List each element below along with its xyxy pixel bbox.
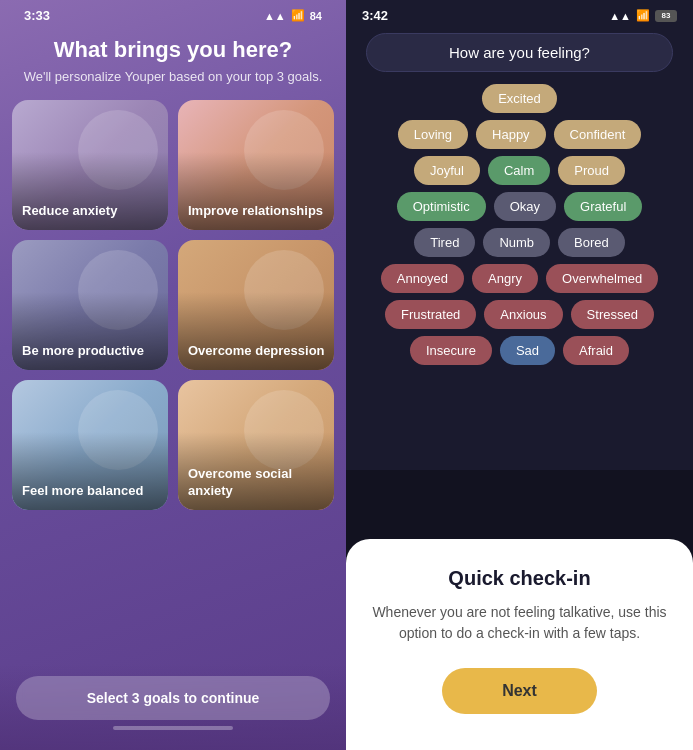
emotion-chip-confident[interactable]: Confident (554, 120, 642, 149)
goal-label-improve-relationships: Improve relationships (188, 203, 323, 220)
emotion-chip-angry[interactable]: Angry (472, 264, 538, 293)
modal-body: Whenever you are not feeling talkative, … (370, 602, 669, 644)
bottom-bar-left: Select 3 goals to continue (0, 664, 346, 750)
time-right: 3:42 (362, 8, 388, 23)
page-subtitle-left: We'll personalize Youper based on your t… (24, 69, 323, 84)
signal-icon: ▲▲ (264, 10, 286, 22)
emotion-chip-overwhelmed[interactable]: Overwhelmed (546, 264, 658, 293)
goal-card-social-anxiety[interactable]: Overcome social anxiety (178, 380, 334, 510)
emotion-row-5: AnnoyedAngryOverwhelmed (358, 264, 681, 293)
emotion-row-7: InsecureSadAfraid (358, 336, 681, 365)
status-icons-left: ▲▲ 📶 84 (264, 9, 322, 22)
left-panel: 3:33 ▲▲ 📶 84 What brings you here? We'll… (0, 0, 346, 750)
emotion-chip-afraid[interactable]: Afraid (563, 336, 629, 365)
emotion-chip-loving[interactable]: Loving (398, 120, 468, 149)
status-bar-right: 3:42 ▲▲ 📶 83 (346, 0, 693, 27)
emotion-chip-calm[interactable]: Calm (488, 156, 550, 185)
wifi-icon-right: 📶 (636, 9, 650, 22)
emotion-chip-excited[interactable]: Excited (482, 84, 557, 113)
time-left: 3:33 (24, 8, 50, 23)
goal-card-reduce-anxiety[interactable]: Reduce anxiety (12, 100, 168, 230)
emotion-chip-sad[interactable]: Sad (500, 336, 555, 365)
emotion-chip-grateful[interactable]: Grateful (564, 192, 642, 221)
feeling-prompt: How are you feeling? (366, 33, 673, 72)
emotion-row-4: TiredNumbBored (358, 228, 681, 257)
goal-card-feel-balanced[interactable]: Feel more balanced (12, 380, 168, 510)
wifi-icon: 📶 (291, 9, 305, 22)
emotion-row-3: OptimisticOkayGrateful (358, 192, 681, 221)
emotion-chip-optimistic[interactable]: Optimistic (397, 192, 486, 221)
page-title-left: What brings you here? (54, 37, 292, 63)
emotion-chip-frustrated[interactable]: Frustrated (385, 300, 476, 329)
goal-label-social-anxiety: Overcome social anxiety (188, 466, 334, 500)
goal-label-overcome-depression: Overcome depression (188, 343, 325, 360)
home-indicator-left (113, 726, 233, 730)
emotion-row-2: JoyfulCalmProud (358, 156, 681, 185)
goal-card-improve-relationships[interactable]: Improve relationships (178, 100, 334, 230)
status-icons-right: ▲▲ 📶 83 (609, 9, 677, 22)
goal-label-feel-balanced: Feel more balanced (22, 483, 143, 500)
emotion-row-0: Excited (358, 84, 681, 113)
goal-card-be-productive[interactable]: Be more productive (12, 240, 168, 370)
battery-right: 83 (655, 10, 677, 22)
select-goals-button[interactable]: Select 3 goals to continue (16, 676, 330, 720)
emotion-chip-annoyed[interactable]: Annoyed (381, 264, 464, 293)
emotion-chip-joyful[interactable]: Joyful (414, 156, 480, 185)
emotion-chip-okay[interactable]: Okay (494, 192, 556, 221)
emotion-chip-proud[interactable]: Proud (558, 156, 625, 185)
emotion-chip-anxious[interactable]: Anxious (484, 300, 562, 329)
goal-label-be-productive: Be more productive (22, 343, 144, 360)
goal-label-reduce-anxiety: Reduce anxiety (22, 203, 117, 220)
emotion-chip-stressed[interactable]: Stressed (571, 300, 654, 329)
emotion-chip-bored[interactable]: Bored (558, 228, 625, 257)
emotion-row-6: FrustratedAnxiousStressed (358, 300, 681, 329)
emotion-row-1: LovingHappyConfident (358, 120, 681, 149)
status-bar-left: 3:33 ▲▲ 📶 84 (12, 0, 334, 27)
emotion-chip-tired[interactable]: Tired (414, 228, 475, 257)
right-panel: 3:42 ▲▲ 📶 83 How are you feeling? Excite… (346, 0, 693, 750)
battery-left: 84 (310, 10, 322, 22)
signal-icon-right: ▲▲ (609, 10, 631, 22)
next-button[interactable]: Next (442, 668, 597, 714)
modal-title: Quick check-in (448, 567, 590, 590)
quick-checkin-modal: Quick check-in Whenever you are not feel… (346, 539, 693, 750)
goals-grid: Reduce anxietyImprove relationshipsBe mo… (12, 100, 334, 510)
emotion-chip-insecure[interactable]: Insecure (410, 336, 492, 365)
emotion-chip-numb[interactable]: Numb (483, 228, 550, 257)
emotion-chip-happy[interactable]: Happy (476, 120, 546, 149)
goal-card-overcome-depression[interactable]: Overcome depression (178, 240, 334, 370)
modal-overlay: Quick check-in Whenever you are not feel… (346, 470, 693, 750)
